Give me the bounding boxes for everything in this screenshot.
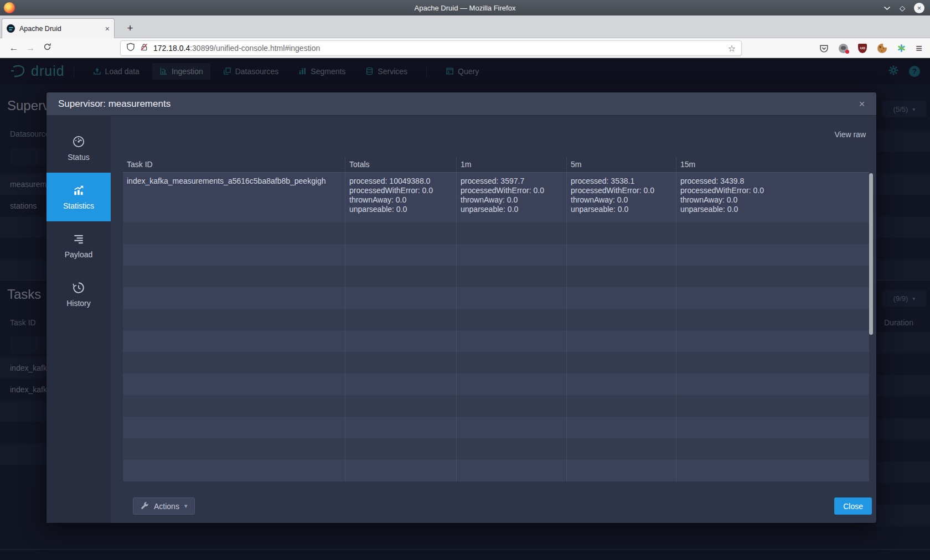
ublock-origin-icon[interactable]: UO xyxy=(857,43,867,53)
column-header-1m: 1m xyxy=(456,157,566,172)
shield-icon[interactable] xyxy=(126,43,135,54)
table-row xyxy=(123,395,869,417)
dialog-close-icon[interactable]: × xyxy=(855,97,869,111)
history-clock-icon xyxy=(73,282,85,294)
tab-label: History xyxy=(66,299,91,308)
table-row xyxy=(123,266,869,287)
column-header-totals: Totals xyxy=(345,157,456,172)
tab-bar: Apache Druid × + xyxy=(0,15,930,38)
column-header-task-id: Task ID xyxy=(123,157,345,172)
statistics-panel: View raw Task ID Totals 1m 5m 15m index_… xyxy=(111,115,876,523)
column-header-15m: 15m xyxy=(676,157,869,172)
task-id-cell: index_kafka_measurements_a5616c5ba8afb8b… xyxy=(123,173,345,222)
druid-console: druid Load data Ingestion Datasources Se… xyxy=(0,58,930,560)
browser-tab[interactable]: Apache Druid × xyxy=(2,18,115,38)
menu-icon[interactable]: ≡ xyxy=(916,42,922,55)
table-row xyxy=(123,287,869,309)
extension-privacy-icon[interactable] xyxy=(838,43,848,53)
tab-payload[interactable]: Payload xyxy=(46,221,111,270)
tab-status[interactable]: Status xyxy=(46,124,111,173)
stats-table-empty-rows xyxy=(123,222,873,481)
tab-statistics[interactable]: Statistics xyxy=(46,173,111,221)
tab-close-icon[interactable]: × xyxy=(105,24,110,33)
statistics-table: Task ID Totals 1m 5m 15m index_kafka_mea… xyxy=(123,157,873,481)
one-minute-cell: processed: 3597.7processedWithError: 0.0… xyxy=(456,173,566,222)
totals-cell: processed: 10049388.0processedWithError:… xyxy=(345,173,456,222)
browser-toolbar: ← → 172.18.0.4:30899/unified-console.htm… xyxy=(0,38,930,58)
status-gauge-icon xyxy=(73,136,85,148)
reload-button[interactable] xyxy=(39,43,55,54)
cookie-extension-icon[interactable] xyxy=(877,43,887,53)
tab-label: Statistics xyxy=(63,201,94,210)
insecure-lock-icon[interactable] xyxy=(140,43,148,54)
chevron-down-icon: ▾ xyxy=(184,502,188,510)
table-row xyxy=(123,309,869,330)
new-tab-button[interactable]: + xyxy=(122,20,138,36)
url-bar[interactable]: 172.18.0.4:30899/unified-console.html#in… xyxy=(120,40,742,56)
table-row: index_kafka_measurements_a5616c5ba8afb8b… xyxy=(123,173,869,222)
table-row xyxy=(123,417,869,438)
window-close-icon[interactable]: × xyxy=(914,3,924,13)
tab-label: Payload xyxy=(65,250,93,259)
dialog-footer: Actions ▾ Close xyxy=(111,493,876,523)
fifteen-minute-cell: processed: 3439.8processedWithError: 0.0… xyxy=(676,173,869,222)
tab-history[interactable]: History xyxy=(46,270,111,319)
table-row xyxy=(123,438,869,460)
druid-favicon-icon xyxy=(7,24,15,33)
pocket-icon[interactable] xyxy=(819,43,829,53)
supervisor-dialog: Supervisor: measurements × Status Statis… xyxy=(46,92,876,523)
window-titlebar: Apache Druid — Mozilla Firefox ◇ × xyxy=(0,0,930,15)
table-row xyxy=(123,330,869,352)
close-label: Close xyxy=(843,502,863,511)
close-button[interactable]: Close xyxy=(834,497,872,515)
wrench-icon xyxy=(141,501,149,511)
firefox-logo-icon xyxy=(4,2,15,13)
window-title: Apache Druid — Mozilla Firefox xyxy=(0,4,930,12)
statistics-chart-icon xyxy=(73,184,85,196)
dialog-title: Supervisor: measurements xyxy=(58,98,170,110)
dialog-side-tabs: Status Statistics Payload xyxy=(46,115,111,523)
window-maximize-icon[interactable]: ◇ xyxy=(900,4,905,12)
actions-label: Actions xyxy=(154,502,179,511)
tab-label: Status xyxy=(68,153,90,162)
actions-button[interactable]: Actions ▾ xyxy=(133,497,195,515)
table-row xyxy=(123,460,869,481)
table-scrollbar[interactable] xyxy=(869,173,873,335)
url-host: 172.18.0.4 xyxy=(153,44,190,53)
table-row xyxy=(123,222,869,244)
dialog-header: Supervisor: measurements × xyxy=(46,92,876,115)
back-button[interactable]: ← xyxy=(6,43,22,54)
table-row xyxy=(123,244,869,266)
asterisk-extension-icon[interactable] xyxy=(896,43,906,53)
table-row xyxy=(123,374,869,395)
forward-button[interactable]: → xyxy=(22,43,39,54)
table-header-row: Task ID Totals 1m 5m 15m xyxy=(123,157,869,173)
screen: Apache Druid — Mozilla Firefox ◇ × Apach… xyxy=(0,0,930,560)
view-raw-link[interactable]: View raw xyxy=(834,130,866,139)
payload-lines-icon xyxy=(73,233,85,245)
url-path: :30899/unified-console.html#ingestion xyxy=(190,44,320,53)
url-text[interactable]: 172.18.0.4:30899/unified-console.html#in… xyxy=(153,44,723,53)
window-minimize-icon[interactable] xyxy=(884,4,891,12)
column-header-5m: 5m xyxy=(566,157,676,172)
bookmark-star-icon[interactable]: ☆ xyxy=(728,43,736,54)
five-minute-cell: processed: 3538.1processedWithError: 0.0… xyxy=(566,173,676,222)
tab-title: Apache Druid xyxy=(19,25,101,33)
table-row xyxy=(123,352,869,374)
